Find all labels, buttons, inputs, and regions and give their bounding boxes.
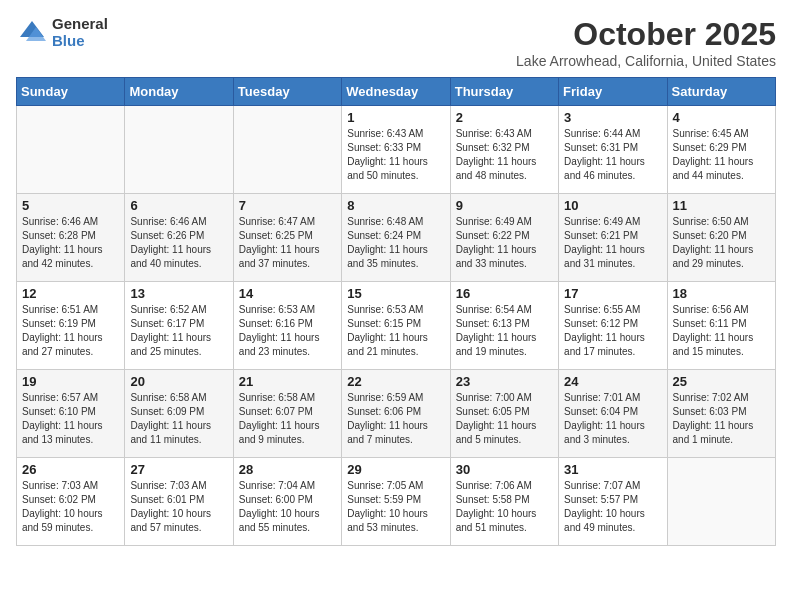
logo-blue-text: Blue [52,33,108,50]
calendar-cell: 14Sunrise: 6:53 AM Sunset: 6:16 PM Dayli… [233,282,341,370]
day-number: 13 [130,286,227,301]
day-number: 12 [22,286,119,301]
day-number: 15 [347,286,444,301]
day-info: Sunrise: 7:06 AM Sunset: 5:58 PM Dayligh… [456,479,553,535]
calendar-cell: 29Sunrise: 7:05 AM Sunset: 5:59 PM Dayli… [342,458,450,546]
day-number: 3 [564,110,661,125]
day-info: Sunrise: 6:59 AM Sunset: 6:06 PM Dayligh… [347,391,444,447]
day-info: Sunrise: 6:44 AM Sunset: 6:31 PM Dayligh… [564,127,661,183]
calendar-cell: 24Sunrise: 7:01 AM Sunset: 6:04 PM Dayli… [559,370,667,458]
day-info: Sunrise: 7:00 AM Sunset: 6:05 PM Dayligh… [456,391,553,447]
day-number: 7 [239,198,336,213]
day-number: 1 [347,110,444,125]
day-number: 11 [673,198,770,213]
day-info: Sunrise: 6:49 AM Sunset: 6:22 PM Dayligh… [456,215,553,271]
weekday-header-saturday: Saturday [667,78,775,106]
day-number: 17 [564,286,661,301]
day-info: Sunrise: 7:03 AM Sunset: 6:01 PM Dayligh… [130,479,227,535]
calendar-cell: 20Sunrise: 6:58 AM Sunset: 6:09 PM Dayli… [125,370,233,458]
day-info: Sunrise: 6:49 AM Sunset: 6:21 PM Dayligh… [564,215,661,271]
day-info: Sunrise: 6:46 AM Sunset: 6:26 PM Dayligh… [130,215,227,271]
calendar-cell: 5Sunrise: 6:46 AM Sunset: 6:28 PM Daylig… [17,194,125,282]
day-info: Sunrise: 6:48 AM Sunset: 6:24 PM Dayligh… [347,215,444,271]
day-number: 21 [239,374,336,389]
day-info: Sunrise: 6:47 AM Sunset: 6:25 PM Dayligh… [239,215,336,271]
calendar-cell: 31Sunrise: 7:07 AM Sunset: 5:57 PM Dayli… [559,458,667,546]
day-number: 16 [456,286,553,301]
day-number: 27 [130,462,227,477]
day-number: 28 [239,462,336,477]
day-info: Sunrise: 6:58 AM Sunset: 6:09 PM Dayligh… [130,391,227,447]
day-number: 5 [22,198,119,213]
day-info: Sunrise: 6:55 AM Sunset: 6:12 PM Dayligh… [564,303,661,359]
day-number: 9 [456,198,553,213]
day-number: 30 [456,462,553,477]
day-info: Sunrise: 6:56 AM Sunset: 6:11 PM Dayligh… [673,303,770,359]
weekday-header-monday: Monday [125,78,233,106]
logo-general-text: General [52,16,108,33]
calendar-cell [667,458,775,546]
calendar-cell: 25Sunrise: 7:02 AM Sunset: 6:03 PM Dayli… [667,370,775,458]
weekday-header-friday: Friday [559,78,667,106]
calendar-cell: 21Sunrise: 6:58 AM Sunset: 6:07 PM Dayli… [233,370,341,458]
day-info: Sunrise: 6:45 AM Sunset: 6:29 PM Dayligh… [673,127,770,183]
day-number: 14 [239,286,336,301]
calendar-week-row: 1Sunrise: 6:43 AM Sunset: 6:33 PM Daylig… [17,106,776,194]
calendar-cell: 19Sunrise: 6:57 AM Sunset: 6:10 PM Dayli… [17,370,125,458]
day-info: Sunrise: 6:43 AM Sunset: 6:32 PM Dayligh… [456,127,553,183]
day-info: Sunrise: 6:50 AM Sunset: 6:20 PM Dayligh… [673,215,770,271]
day-number: 29 [347,462,444,477]
weekday-header-wednesday: Wednesday [342,78,450,106]
location-text: Lake Arrowhead, California, United State… [516,53,776,69]
day-number: 25 [673,374,770,389]
month-title: October 2025 [516,16,776,53]
day-info: Sunrise: 6:53 AM Sunset: 6:16 PM Dayligh… [239,303,336,359]
day-info: Sunrise: 7:01 AM Sunset: 6:04 PM Dayligh… [564,391,661,447]
calendar-cell [233,106,341,194]
day-number: 8 [347,198,444,213]
calendar-cell: 10Sunrise: 6:49 AM Sunset: 6:21 PM Dayli… [559,194,667,282]
title-block: October 2025 Lake Arrowhead, California,… [516,16,776,69]
calendar-cell: 15Sunrise: 6:53 AM Sunset: 6:15 PM Dayli… [342,282,450,370]
calendar-week-row: 12Sunrise: 6:51 AM Sunset: 6:19 PM Dayli… [17,282,776,370]
calendar-cell: 27Sunrise: 7:03 AM Sunset: 6:01 PM Dayli… [125,458,233,546]
day-info: Sunrise: 7:03 AM Sunset: 6:02 PM Dayligh… [22,479,119,535]
calendar-cell: 26Sunrise: 7:03 AM Sunset: 6:02 PM Dayli… [17,458,125,546]
day-info: Sunrise: 6:57 AM Sunset: 6:10 PM Dayligh… [22,391,119,447]
calendar-cell: 28Sunrise: 7:04 AM Sunset: 6:00 PM Dayli… [233,458,341,546]
calendar-cell: 30Sunrise: 7:06 AM Sunset: 5:58 PM Dayli… [450,458,558,546]
day-number: 26 [22,462,119,477]
calendar-cell: 2Sunrise: 6:43 AM Sunset: 6:32 PM Daylig… [450,106,558,194]
day-info: Sunrise: 7:02 AM Sunset: 6:03 PM Dayligh… [673,391,770,447]
calendar-cell [125,106,233,194]
calendar-table: SundayMondayTuesdayWednesdayThursdayFrid… [16,77,776,546]
calendar-cell: 13Sunrise: 6:52 AM Sunset: 6:17 PM Dayli… [125,282,233,370]
day-number: 10 [564,198,661,213]
weekday-header-row: SundayMondayTuesdayWednesdayThursdayFrid… [17,78,776,106]
calendar-cell: 23Sunrise: 7:00 AM Sunset: 6:05 PM Dayli… [450,370,558,458]
day-info: Sunrise: 6:43 AM Sunset: 6:33 PM Dayligh… [347,127,444,183]
day-number: 20 [130,374,227,389]
calendar-cell: 17Sunrise: 6:55 AM Sunset: 6:12 PM Dayli… [559,282,667,370]
calendar-cell: 12Sunrise: 6:51 AM Sunset: 6:19 PM Dayli… [17,282,125,370]
day-info: Sunrise: 6:46 AM Sunset: 6:28 PM Dayligh… [22,215,119,271]
day-info: Sunrise: 6:53 AM Sunset: 6:15 PM Dayligh… [347,303,444,359]
calendar-cell: 3Sunrise: 6:44 AM Sunset: 6:31 PM Daylig… [559,106,667,194]
day-number: 23 [456,374,553,389]
weekday-header-tuesday: Tuesday [233,78,341,106]
weekday-header-sunday: Sunday [17,78,125,106]
calendar-week-row: 26Sunrise: 7:03 AM Sunset: 6:02 PM Dayli… [17,458,776,546]
logo: General Blue [16,16,108,49]
logo-icon [16,17,48,49]
day-info: Sunrise: 6:58 AM Sunset: 6:07 PM Dayligh… [239,391,336,447]
day-info: Sunrise: 7:04 AM Sunset: 6:00 PM Dayligh… [239,479,336,535]
day-number: 6 [130,198,227,213]
day-number: 22 [347,374,444,389]
calendar-cell: 16Sunrise: 6:54 AM Sunset: 6:13 PM Dayli… [450,282,558,370]
calendar-cell: 6Sunrise: 6:46 AM Sunset: 6:26 PM Daylig… [125,194,233,282]
day-number: 4 [673,110,770,125]
day-info: Sunrise: 6:52 AM Sunset: 6:17 PM Dayligh… [130,303,227,359]
day-info: Sunrise: 6:51 AM Sunset: 6:19 PM Dayligh… [22,303,119,359]
calendar-cell [17,106,125,194]
day-info: Sunrise: 7:05 AM Sunset: 5:59 PM Dayligh… [347,479,444,535]
